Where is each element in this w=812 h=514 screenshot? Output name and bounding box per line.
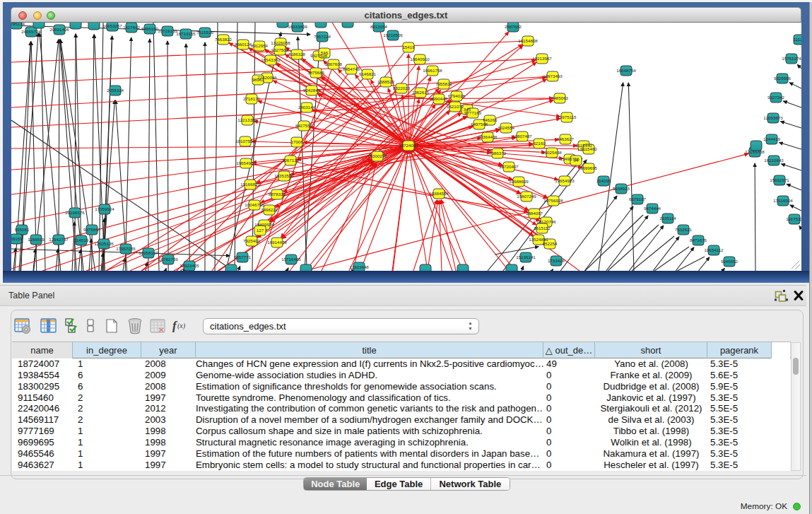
svg-text:3267130: 3267130 (282, 158, 300, 163)
svg-text:9474444: 9474444 (644, 206, 661, 211)
svg-text:17016504: 17016504 (773, 198, 793, 203)
svg-text:2803144: 2803144 (298, 105, 316, 110)
svg-text:16648754: 16648754 (616, 68, 636, 73)
svg-text:252254: 252254 (543, 241, 558, 246)
svg-text:12213389: 12213389 (237, 117, 257, 122)
svg-text:10046755: 10046755 (245, 202, 264, 207)
svg-text:8322023: 8322023 (393, 86, 411, 90)
svg-text:1244419: 1244419 (763, 136, 781, 141)
svg-text:10973493: 10973493 (543, 74, 563, 78)
svg-text:19654923: 19654923 (555, 178, 575, 183)
svg-text:16653267: 16653267 (102, 23, 122, 28)
svg-text:3024554: 3024554 (498, 125, 515, 130)
svg-text:6679197: 6679197 (629, 197, 647, 201)
svg-text:546: 546 (321, 50, 329, 55)
svg-text:17359924: 17359924 (95, 206, 114, 211)
svg-text:16210643: 16210643 (764, 158, 784, 163)
svg-text:7632621: 7632621 (675, 227, 693, 232)
svg-text:10807487: 10807487 (512, 134, 532, 139)
svg-text:9227342: 9227342 (767, 95, 785, 100)
svg-text:12975115: 12975115 (557, 115, 577, 119)
svg-text:164095: 164095 (596, 178, 611, 183)
svg-text:20691406: 20691406 (49, 27, 69, 32)
svg-text:7986372: 7986372 (489, 151, 507, 156)
svg-text:8427552: 8427552 (295, 123, 313, 128)
svg-text:20364436: 20364436 (478, 134, 498, 139)
svg-text:8878332: 8878332 (269, 192, 286, 197)
svg-text:17006: 17006 (290, 139, 303, 144)
svg-text:8186328: 8186328 (288, 52, 306, 57)
svg-text:1156819: 1156819 (28, 237, 45, 242)
svg-text:6466160: 6466160 (141, 26, 159, 31)
svg-text:15692971: 15692971 (770, 177, 789, 182)
svg-text:12505135: 12505135 (94, 241, 114, 246)
svg-text:24055724: 24055724 (21, 29, 41, 34)
svg-text:2367608: 2367608 (325, 62, 343, 66)
svg-text:127: 127 (257, 228, 264, 233)
svg-text:10025438: 10025438 (542, 150, 562, 155)
svg-text:10719155: 10719155 (158, 28, 177, 33)
svg-text:935061: 935061 (15, 227, 30, 232)
svg-text:16543362: 16543362 (261, 57, 281, 62)
svg-text:9327500: 9327500 (271, 47, 289, 52)
svg-text:12923448: 12923448 (349, 264, 369, 269)
svg-text:10923405: 10923405 (180, 263, 199, 268)
svg-text:2055334: 2055334 (107, 88, 124, 93)
svg-text:9463627: 9463627 (557, 136, 575, 141)
svg-text:15419: 15419 (402, 45, 415, 49)
svg-text:15751074: 15751074 (782, 56, 801, 61)
svg-text:13226058: 13226058 (271, 40, 290, 45)
svg-text:9242843: 9242843 (303, 88, 321, 93)
svg-text:3498222: 3498222 (261, 207, 278, 212)
svg-text:9115460: 9115460 (580, 146, 597, 151)
svg-text:15409934: 15409934 (254, 222, 274, 227)
svg-text:19756928: 19756928 (543, 198, 563, 203)
svg-text:2935114: 2935114 (659, 216, 676, 221)
svg-text:1615112: 1615112 (534, 226, 551, 230)
svg-text:16961758: 16961758 (423, 68, 442, 73)
svg-text:16033809: 16033809 (288, 24, 307, 29)
svg-text:18640910: 18640910 (410, 57, 430, 62)
svg-text:7485063: 7485063 (551, 95, 569, 100)
svg-text:84: 84 (574, 158, 579, 163)
svg-text:9329966: 9329966 (774, 76, 792, 81)
svg-text:9245652: 9245652 (721, 259, 739, 264)
svg-text:1167533: 1167533 (786, 216, 801, 221)
svg-text:25300275: 25300275 (367, 153, 387, 158)
svg-text:12213967: 12213967 (532, 56, 552, 61)
svg-text:8660124: 8660124 (235, 42, 252, 47)
svg-text:7925402: 7925402 (243, 238, 261, 243)
svg-text:8471676: 8471676 (690, 238, 707, 243)
svg-text:16120746: 16120746 (536, 219, 556, 224)
svg-text:6794028: 6794028 (448, 93, 466, 98)
svg-text:20206576: 20206576 (65, 210, 85, 215)
svg-text:5938923: 5938923 (613, 186, 630, 191)
svg-text:10654112: 10654112 (704, 247, 724, 252)
svg-text:16914479: 16914479 (267, 240, 287, 245)
svg-text:16713155: 16713155 (176, 31, 196, 36)
svg-text:10958107: 10958107 (139, 250, 158, 255)
svg-text:7357224: 7357224 (314, 34, 331, 39)
svg-text:1733426: 1733426 (548, 258, 565, 263)
svg-text:2718170: 2718170 (243, 96, 261, 101)
svg-text:9777169: 9777169 (464, 110, 482, 115)
svg-text:19218506: 19218506 (383, 33, 403, 37)
svg-text:11123: 11123 (794, 37, 801, 42)
svg-text:114519: 114519 (74, 238, 89, 243)
svg-text:62160: 62160 (533, 141, 546, 146)
svg-text:19654952: 19654952 (236, 160, 256, 165)
svg-text:18724007: 18724007 (399, 143, 418, 148)
svg-text:7663822: 7663822 (215, 37, 233, 42)
svg-text:15807249: 15807249 (517, 194, 536, 199)
svg-text:7955812: 7955812 (435, 81, 453, 86)
svg-text:16154808: 16154808 (518, 38, 538, 43)
svg-text:16782759: 16782759 (158, 257, 178, 262)
svg-text:9146821: 9146821 (359, 71, 377, 76)
svg-text:15720407: 15720407 (499, 164, 519, 169)
svg-text:1621072: 1621072 (447, 104, 464, 109)
svg-text:1588520: 1588520 (377, 79, 395, 84)
svg-text:8813054: 8813054 (370, 24, 388, 29)
svg-text:2295134: 2295134 (11, 23, 25, 26)
svg-text:12942737: 12942737 (49, 237, 69, 242)
svg-text:8912954: 8912954 (251, 43, 269, 48)
